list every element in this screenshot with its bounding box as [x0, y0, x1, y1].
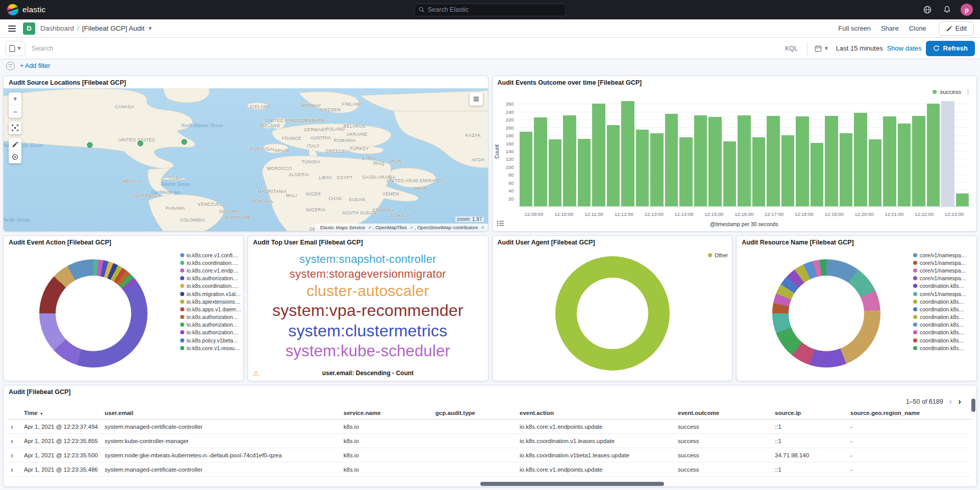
- legend-item[interactable]: coordination.k8s…: [913, 336, 974, 344]
- legend-item[interactable]: io.k8s.authorization…: [180, 329, 241, 336]
- histogram-bar[interactable]: [767, 116, 780, 206]
- histogram-bar[interactable]: [912, 116, 925, 206]
- date-quick-select-button[interactable]: ▼: [812, 45, 832, 52]
- histogram-bar[interactable]: [752, 137, 766, 206]
- column-header-event.action[interactable]: event.action: [520, 410, 678, 416]
- legend-item[interactable]: core/v1/namespa…: [913, 259, 974, 266]
- histogram-bar[interactable]: [534, 117, 547, 206]
- global-search[interactable]: [414, 4, 566, 16]
- legend-item[interactable]: core/v1/namespa…: [913, 266, 974, 274]
- histogram-bar[interactable]: [941, 101, 954, 206]
- histogram-bar[interactable]: [796, 116, 809, 206]
- legend-item[interactable]: io.k8s.core.v1.resou…: [180, 344, 241, 352]
- column-header-service.name[interactable]: service.name: [344, 410, 435, 416]
- histogram-bar[interactable]: [927, 104, 940, 206]
- saved-query-menu-button[interactable]: ▼: [5, 41, 26, 56]
- tag-cloud-term[interactable]: system:clustermetrics: [288, 322, 448, 340]
- legend-item[interactable]: io.k8s.migration.v1al…: [180, 290, 241, 298]
- legend-item[interactable]: coordination.k8s…: [913, 321, 974, 329]
- column-header-gcp.audit.type[interactable]: gcp.audit.type: [435, 410, 520, 416]
- histogram-bar[interactable]: [607, 125, 620, 206]
- histogram-bar[interactable]: [549, 139, 562, 206]
- column-header-user.email[interactable]: user.email: [105, 410, 344, 416]
- map-document-marker[interactable]: [138, 141, 143, 146]
- chevron-down-icon[interactable]: ▼: [148, 26, 153, 31]
- legend-item[interactable]: core/v1/namespa…: [913, 275, 974, 282]
- histogram-bar[interactable]: [883, 116, 896, 206]
- globe-icon[interactable]: [922, 4, 933, 15]
- legend-item[interactable]: coordination.k8s…: [913, 305, 974, 313]
- histogram-bar[interactable]: [592, 104, 605, 206]
- histogram-bar[interactable]: [840, 133, 853, 206]
- column-header-Time[interactable]: Time▼: [24, 410, 105, 416]
- clone-button[interactable]: Clone: [909, 24, 926, 32]
- legend-item[interactable]: coordination.k8s…: [913, 282, 974, 290]
- histogram-bar[interactable]: [694, 115, 707, 206]
- query-language-label[interactable]: KQL: [785, 45, 803, 52]
- next-page-button[interactable]: ›: [958, 397, 961, 406]
- legend-item[interactable]: Other: [708, 251, 728, 259]
- column-header-event.outcome[interactable]: event.outcome: [678, 410, 775, 416]
- map-document-marker[interactable]: [87, 142, 92, 148]
- expand-row-button[interactable]: ›: [9, 423, 24, 430]
- histogram-bar[interactable]: [578, 139, 591, 206]
- histogram-bar[interactable]: [825, 116, 838, 206]
- refresh-button[interactable]: Refresh: [926, 41, 975, 56]
- user-agent-donut-chart[interactable]: [555, 256, 670, 371]
- query-search-input[interactable]: [30, 44, 781, 52]
- histogram-bar[interactable]: [636, 130, 649, 207]
- legend-item[interactable]: io.k8s.authorization…: [180, 313, 241, 321]
- histogram-bar[interactable]: [869, 139, 882, 206]
- fit-to-data-button[interactable]: [9, 121, 21, 134]
- show-dates-link[interactable]: Show dates: [887, 44, 922, 52]
- alerts-bell-icon[interactable]: [941, 4, 952, 15]
- legend-item[interactable]: io.k8s.apps.v1.daem…: [180, 305, 241, 313]
- edit-button[interactable]: Edit: [939, 21, 974, 36]
- event-action-donut-chart[interactable]: [39, 259, 148, 368]
- histogram-bar[interactable]: [723, 141, 737, 206]
- zoom-in-button[interactable]: +: [9, 92, 21, 105]
- map-document-marker[interactable]: [181, 139, 187, 144]
- legend-item[interactable]: io.k8s.coordination.…: [180, 282, 241, 290]
- histogram-bar[interactable]: [781, 135, 795, 206]
- histogram-plot[interactable]: [519, 96, 970, 207]
- legend-toggle-button[interactable]: [497, 220, 504, 228]
- tag-cloud-term[interactable]: system:kube-scheduler: [285, 342, 450, 360]
- tag-cloud-term[interactable]: system:vpa-recommender: [272, 301, 463, 320]
- draw-bounds-filter-button[interactable]: [9, 138, 21, 151]
- share-button[interactable]: Share: [881, 24, 899, 32]
- expand-row-button[interactable]: ›: [9, 437, 24, 445]
- histogram-bar[interactable]: [708, 117, 722, 206]
- expand-row-button[interactable]: ›: [9, 451, 24, 459]
- attribution-link[interactable]: Elastic Maps Service: [320, 225, 365, 230]
- global-search-input[interactable]: [428, 6, 561, 13]
- tag-cloud-term[interactable]: system:snapshot-controller: [300, 253, 436, 266]
- legend-item[interactable]: coordination.k8s…: [913, 344, 974, 352]
- zoom-out-button[interactable]: −: [9, 105, 21, 118]
- legend-item[interactable]: coordination.k8s…: [913, 329, 974, 336]
- histogram-bar[interactable]: [811, 143, 824, 206]
- vertical-scrollbar[interactable]: [971, 399, 975, 412]
- dashboard-app-badge[interactable]: D: [23, 22, 35, 35]
- histogram-bar[interactable]: [621, 101, 634, 206]
- attribution-link[interactable]: , OpenMapTiles: [373, 225, 407, 230]
- legend-options-icon[interactable]: ⋮: [965, 88, 971, 95]
- full-screen-button[interactable]: Full screen: [838, 24, 871, 32]
- column-header-source.geo.region_name[interactable]: source.geo.region_name: [850, 410, 971, 416]
- attribution-link[interactable]: , OpenStreetMap contributors: [414, 225, 478, 230]
- previous-page-button[interactable]: ‹: [949, 397, 952, 406]
- column-header-source.ip[interactable]: source.ip: [775, 410, 850, 416]
- legend-item[interactable]: core/v1/namespa…: [913, 290, 974, 298]
- tag-cloud-term[interactable]: system:storageversionmigrator: [289, 267, 446, 281]
- histogram-bar[interactable]: [650, 133, 664, 206]
- horizontal-scrollbar[interactable]: [480, 482, 664, 486]
- world-map[interactable]: CANADAUNITED STATESMEXICOCUBAGUATEMALAPA…: [4, 88, 488, 231]
- histogram-bar[interactable]: [898, 124, 911, 206]
- draw-distance-filter-button[interactable]: [9, 151, 21, 163]
- menu-hamburger-icon[interactable]: [6, 23, 18, 34]
- legend-item[interactable]: core/v1/namespa…: [913, 251, 974, 259]
- tag-cloud-term[interactable]: cluster-autoscaler: [306, 282, 429, 300]
- legend-item[interactable]: coordination.k8s…: [913, 298, 974, 305]
- expand-row-button[interactable]: ›: [9, 465, 24, 473]
- elastic-logo-icon[interactable]: [7, 4, 18, 15]
